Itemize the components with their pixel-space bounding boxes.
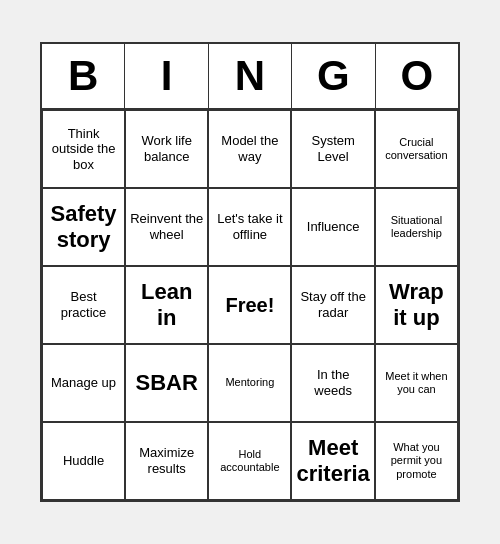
bingo-cell-14: Wrap it up xyxy=(375,266,458,344)
bingo-letter-n: N xyxy=(209,44,292,108)
bingo-cell-7: Let's take it offline xyxy=(208,188,291,266)
bingo-cell-6: Reinvent the wheel xyxy=(125,188,208,266)
bingo-cell-5: Safety story xyxy=(42,188,125,266)
bingo-letter-g: G xyxy=(292,44,375,108)
bingo-cell-12: Free! xyxy=(208,266,291,344)
bingo-cell-8: Influence xyxy=(291,188,374,266)
bingo-cell-4: Crucial conversation xyxy=(375,110,458,188)
bingo-cell-2: Model the way xyxy=(208,110,291,188)
bingo-grid: Think outside the boxWork life balanceMo… xyxy=(42,110,458,500)
bingo-letter-o: O xyxy=(376,44,458,108)
bingo-cell-15: Manage up xyxy=(42,344,125,422)
bingo-cell-24: What you permit you promote xyxy=(375,422,458,500)
bingo-cell-16: SBAR xyxy=(125,344,208,422)
bingo-letter-i: I xyxy=(125,44,208,108)
bingo-cell-3: System Level xyxy=(291,110,374,188)
bingo-cell-1: Work life balance xyxy=(125,110,208,188)
bingo-cell-10: Best practice xyxy=(42,266,125,344)
bingo-cell-17: Mentoring xyxy=(208,344,291,422)
bingo-cell-13: Stay off the radar xyxy=(291,266,374,344)
bingo-cell-19: Meet it when you can xyxy=(375,344,458,422)
bingo-card: BINGO Think outside the boxWork life bal… xyxy=(40,42,460,502)
bingo-cell-21: Maximize results xyxy=(125,422,208,500)
bingo-header: BINGO xyxy=(42,44,458,110)
bingo-cell-9: Situational leadership xyxy=(375,188,458,266)
bingo-cell-20: Huddle xyxy=(42,422,125,500)
bingo-cell-0: Think outside the box xyxy=(42,110,125,188)
bingo-cell-22: Hold accountable xyxy=(208,422,291,500)
bingo-cell-23: Meet criteria xyxy=(291,422,374,500)
bingo-cell-18: In the weeds xyxy=(291,344,374,422)
bingo-cell-11: Lean in xyxy=(125,266,208,344)
bingo-letter-b: B xyxy=(42,44,125,108)
